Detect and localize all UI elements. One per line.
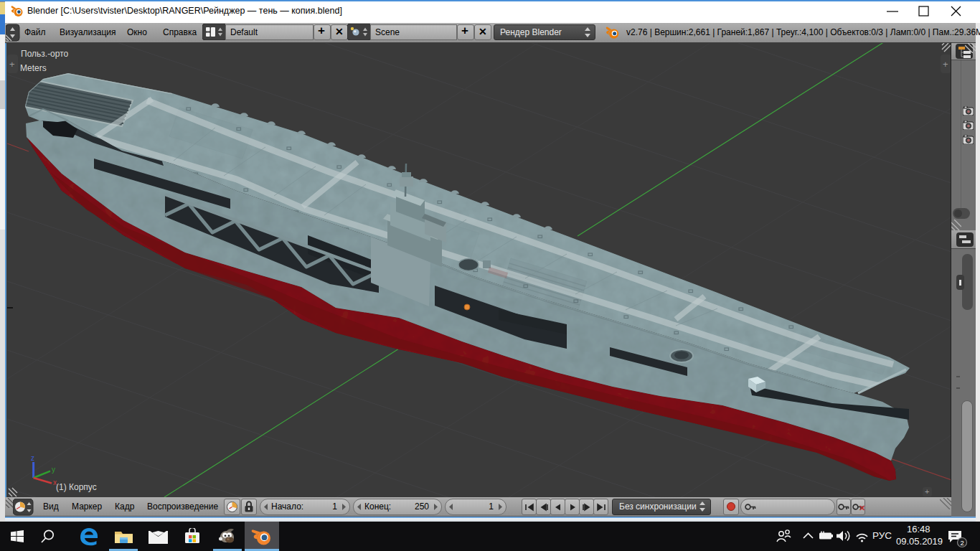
svg-text:z: z [31, 454, 34, 462]
svg-text:+: + [925, 487, 929, 496]
svg-text:+: + [9, 59, 15, 70]
svg-text:2: 2 [961, 539, 964, 547]
svg-text:y: y [52, 466, 55, 474]
svg-text:+: + [943, 59, 948, 70]
